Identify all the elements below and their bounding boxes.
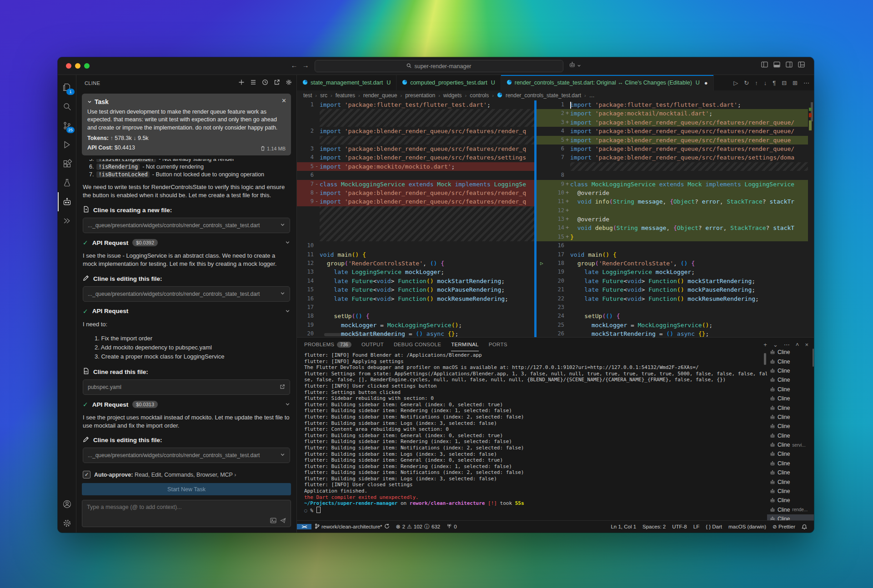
terminal-session[interactable]: Cline	[767, 496, 814, 505]
panel-tab-debug-console[interactable]: DEBUG CONSOLE	[394, 338, 441, 351]
terminal-session[interactable]: Cline	[767, 366, 814, 375]
file-chip[interactable]: ..._queue/presentation/widgets/controls/…	[83, 218, 290, 233]
breadcrumb-item[interactable]: render_queue	[363, 92, 397, 99]
panel-action-icon-3[interactable]: ˄	[796, 341, 799, 348]
terminal-session[interactable]: Cline	[767, 422, 814, 431]
tab-computed_properties_test.dart[interactable]: computed_properties_test.dartU	[396, 75, 501, 90]
panel-tab-terminal[interactable]: TERMINAL	[451, 338, 479, 351]
layout-sidebar-icon[interactable]	[761, 61, 768, 68]
history-forward-button[interactable]: →	[301, 61, 310, 69]
terminal-session[interactable]: Cline	[767, 375, 814, 384]
terminal-scrollbar[interactable]	[764, 353, 766, 365]
activity-item-explorer-icon[interactable]: 1	[58, 78, 76, 97]
panel-tab-ports[interactable]: PORTS	[489, 338, 507, 351]
file-chip[interactable]: pubspec.yaml	[83, 379, 290, 395]
file-chip[interactable]: ..._queue/presentation/widgets/controls/…	[83, 286, 290, 302]
cline-titlebar-menu[interactable]	[569, 61, 581, 70]
editor-action-icon-3[interactable]: ↓	[764, 80, 767, 86]
status-right-0[interactable]: Ln 1, Col 1	[607, 524, 639, 529]
terminal-session[interactable]: Cline	[767, 394, 814, 403]
terminal-session[interactable]: Cline	[767, 413, 814, 422]
status-right-2[interactable]: UTF-8	[669, 524, 690, 529]
activity-item-account-icon[interactable]	[58, 494, 76, 513]
status-right-4[interactable]: { } Dart	[702, 524, 725, 529]
activity-item-source-control-icon[interactable]: 25	[58, 116, 76, 135]
diff-original-pane[interactable]: 1import 'package:flutter_test/flutter_te…	[297, 100, 534, 337]
message-input[interactable]: Type a message (@ to add context)...	[82, 500, 291, 527]
activity-item-run-debug-icon[interactable]	[58, 135, 76, 154]
api-request-row[interactable]: ✓API Request	[83, 308, 290, 315]
ports-status[interactable]: 0	[443, 523, 460, 530]
add-icon[interactable]	[238, 79, 245, 87]
session-list-scrollbar[interactable]	[813, 349, 814, 367]
api-request-row[interactable]: ✓API Request$0.0392	[83, 239, 290, 246]
chevron-down-icon[interactable]	[280, 452, 285, 458]
breadcrumb-item[interactable]: widgets	[443, 92, 462, 99]
editor-action-icon-7[interactable]: ⋯	[803, 80, 809, 86]
history-clock-icon[interactable]	[262, 79, 268, 87]
panel-tab-output[interactable]: OUTPUT	[361, 338, 384, 351]
minimize-window-button[interactable]	[75, 63, 80, 69]
editor-action-icon-2[interactable]: ↑	[755, 80, 758, 86]
file-chip[interactable]: ..._queue/presentation/widgets/controls/…	[83, 448, 290, 463]
breadcrumb-item[interactable]: src	[320, 92, 327, 99]
send-icon[interactable]	[280, 518, 286, 523]
terminal-session[interactable]: Cline	[767, 459, 814, 468]
layout-secondary-sidebar-icon[interactable]	[786, 61, 793, 68]
layout-customize-icon[interactable]	[798, 61, 805, 68]
titlebar[interactable]: ← → super-render-manager	[58, 57, 814, 75]
remote-indicator[interactable]: ><	[297, 524, 311, 529]
terminal-session[interactable]: Cline	[767, 348, 814, 357]
unsaved-dot-icon[interactable]: ●	[704, 80, 708, 86]
activity-item-testing-icon[interactable]	[58, 173, 76, 192]
status-right-6[interactable]: ⊘ Prettier	[769, 523, 798, 530]
status-right-1[interactable]: Spaces: 2	[639, 524, 669, 529]
activity-item-cline-robot-icon[interactable]	[58, 192, 76, 211]
external-link-icon[interactable]	[280, 384, 285, 391]
history-list-icon[interactable]	[250, 79, 256, 87]
close-task-icon[interactable]: ✕	[281, 97, 286, 104]
breadcrumb-item[interactable]: presentation	[405, 92, 435, 99]
editor-action-icon-1[interactable]: ↻	[744, 80, 749, 86]
tab-render_controls_state_test.dart[interactable]: render_controls_state_test.dart: Origina…	[501, 75, 714, 90]
terminal-session[interactable]: Clinerende...	[767, 505, 814, 514]
panel-action-icon-0[interactable]: +	[763, 341, 767, 348]
run-test-icon[interactable]: ▷	[540, 259, 543, 268]
terminal-session[interactable]: Cline	[767, 477, 814, 486]
editor-action-icon-4[interactable]: ¶	[773, 80, 776, 86]
sync-icon[interactable]	[384, 523, 390, 530]
breadcrumb[interactable]: test›src›features›render_queue›presentat…	[297, 90, 814, 100]
breadcrumb-item[interactable]: render_controls_state_test.dart	[506, 92, 581, 99]
editor-action-icon-0[interactable]: ▷	[733, 80, 738, 86]
problems-status[interactable]: ⊗2⚠102ⓘ632	[393, 523, 444, 531]
activity-item-settings-gear-icon[interactable]	[58, 513, 76, 533]
terminal-session[interactable]: Cline	[767, 514, 814, 520]
activity-item-search-icon[interactable]	[58, 97, 76, 116]
command-center-search[interactable]: super-render-manager	[315, 60, 563, 72]
terminal-session[interactable]: Cline	[767, 403, 814, 412]
notifications-bell-icon[interactable]	[798, 524, 810, 530]
terminal-session[interactable]: Cline	[767, 487, 814, 496]
chevron-down-icon[interactable]	[280, 291, 285, 297]
zoom-window-button[interactable]	[84, 63, 90, 69]
terminal-session[interactable]: Cline	[767, 468, 814, 477]
chevron-down-icon[interactable]	[280, 222, 285, 229]
activity-item-extensions-icon[interactable]	[58, 154, 76, 173]
breadcrumb-item[interactable]: test	[303, 92, 312, 99]
git-branch-status[interactable]: rework/clean-architecture*	[311, 523, 393, 530]
terminal-session[interactable]: Cline	[767, 449, 814, 458]
diff-modified-pane[interactable]: 1import 'package:flutter_test/flutter_te…	[537, 100, 814, 337]
auto-approve-checkbox[interactable]: ✓	[83, 471, 90, 478]
panel-action-icon-4[interactable]: ×	[805, 341, 808, 348]
image-icon[interactable]	[270, 518, 276, 523]
open-external-icon[interactable]	[274, 79, 280, 87]
editor-action-icon-5[interactable]: ⊟	[782, 80, 787, 86]
terminal-session[interactable]: Cline	[767, 357, 814, 366]
panel-action-icon-1[interactable]: ⌄	[773, 341, 778, 348]
close-window-button[interactable]	[66, 63, 71, 69]
gear-icon[interactable]	[286, 79, 292, 87]
terminal-output[interactable]: flutter: [INFO] Found Blender at: /Appli…	[297, 351, 767, 520]
status-right-5[interactable]: macOS (darwin)	[725, 524, 769, 529]
editor-action-icon-6[interactable]: ⊞	[793, 80, 798, 86]
start-new-task-button[interactable]: Start New Task	[82, 483, 291, 495]
